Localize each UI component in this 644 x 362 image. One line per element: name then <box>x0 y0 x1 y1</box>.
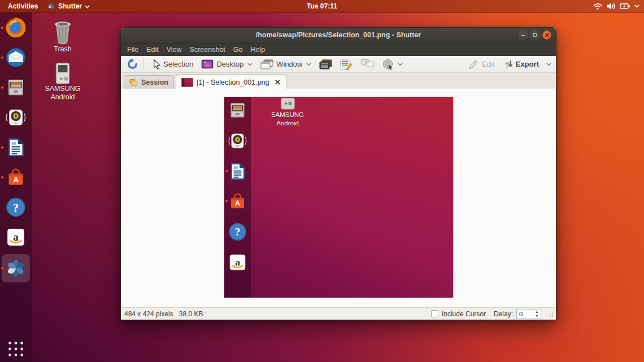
export-dropdown-chevron[interactable] <box>546 63 551 66</box>
media-player-icon <box>55 62 71 85</box>
svg-text:a: a <box>13 231 19 243</box>
tab-bar: Session [1] - Selection_001.png <box>121 73 556 89</box>
running-dot <box>1 86 3 89</box>
file-cabinet-icon <box>5 77 27 98</box>
dock-item-rhythmbox[interactable] <box>5 107 27 128</box>
capture-menu-button[interactable] <box>337 58 356 71</box>
edit-pencil-icon <box>468 59 479 69</box>
web-capture-icon <box>382 59 394 70</box>
preview-rhythmbox-icon <box>228 131 247 151</box>
libreoffice-writer-icon <box>5 137 27 158</box>
file-size: 38.0 KB <box>179 310 203 318</box>
dock: A ? a <box>0 12 32 362</box>
clock[interactable]: Tue 07:11 <box>0 0 644 12</box>
close-button[interactable] <box>542 30 551 40</box>
status-bar: 484 x 424 pixels 38.0 KB Include Cursor … <box>121 307 556 320</box>
running-dot <box>1 27 3 29</box>
toolbar-separator <box>143 59 144 70</box>
menu-edit[interactable]: Edit <box>142 43 163 56</box>
minimize-button[interactable] <box>519 30 528 40</box>
dock-item-help[interactable]: ? <box>5 197 27 218</box>
dock-item-thunderbird[interactable] <box>5 47 27 68</box>
capture-web-button[interactable] <box>379 58 406 71</box>
chevron-down-icon <box>247 63 253 66</box>
edit-button[interactable]: Edit <box>464 58 498 71</box>
delay-spinner[interactable]: 0 ▲▼ <box>516 309 541 319</box>
desktop-icon-samsung-android[interactable]: SAMSUNG Android <box>41 62 85 102</box>
desktop-icon-trash[interactable]: Trash <box>41 19 85 54</box>
app-menu[interactable]: Shutter <box>47 0 90 12</box>
menu-help[interactable]: Help <box>247 43 269 56</box>
image-thumbnail-icon <box>181 78 193 87</box>
window-title: /home/swap/Pictures/Selection_001.png - … <box>121 28 556 43</box>
dock-item-amazon[interactable]: a <box>5 226 27 248</box>
menu-go[interactable]: Go <box>229 43 247 56</box>
redo-screenshot-button[interactable] <box>125 58 139 71</box>
amazon-icon: a <box>5 226 27 248</box>
capture-desktop-button[interactable]: Desktop <box>198 58 256 70</box>
preview-help-icon: ? <box>228 222 247 242</box>
desktop-capture-icon <box>201 59 214 69</box>
ubuntu-software-icon: A <box>5 167 27 188</box>
capture-window-button[interactable]: Window <box>257 58 315 71</box>
spinner-buttons[interactable]: ▲▼ <box>533 309 541 319</box>
trash-label: Trash <box>41 45 85 54</box>
chevron-down-icon <box>398 63 403 66</box>
delay-value[interactable]: 0 <box>517 309 533 319</box>
menu-file[interactable]: File <box>123 43 142 56</box>
menu-bar: File Edit View Screenshot Go Help <box>121 43 556 56</box>
tab-selection-001[interactable]: [1] - Selection_001.png <box>176 75 286 89</box>
chevron-down-icon <box>85 5 90 8</box>
firefox-icon <box>5 17 27 38</box>
system-status-area[interactable] <box>593 0 639 12</box>
dock-item-files[interactable] <box>5 77 27 98</box>
chevron-down-icon <box>634 5 639 8</box>
session-tab-label: Session <box>141 78 168 86</box>
svg-text:?: ? <box>365 60 367 64</box>
menu-screenshot[interactable]: Screenshot <box>186 43 229 56</box>
wifi-icon <box>593 3 602 10</box>
session-icon <box>129 78 138 86</box>
close-tab-icon[interactable] <box>275 79 281 85</box>
tab-session[interactable]: Session <box>124 75 174 89</box>
export-label: Export <box>516 60 539 68</box>
desktop-label: Desktop <box>216 60 243 68</box>
preview-media-player-icon <box>281 98 295 110</box>
shutter-icon <box>5 258 27 279</box>
preview-running-dot <box>225 200 228 202</box>
resize-grip[interactable] <box>547 311 554 317</box>
battery-icon <box>620 3 630 10</box>
help-icon: ? <box>5 197 27 218</box>
rhythmbox-icon <box>5 107 27 128</box>
capture-section-button[interactable] <box>316 58 336 71</box>
include-cursor-checkbox[interactable] <box>431 310 438 317</box>
menu-view[interactable]: View <box>163 43 186 56</box>
selection-label: Selection <box>163 60 193 68</box>
export-button[interactable]: Export <box>501 59 542 70</box>
preview-canvas[interactable]: A ? a SAMSUNG Android <box>121 89 556 307</box>
window-capture-icon <box>260 59 273 69</box>
dock-item-ubuntu-software[interactable]: A <box>5 167 27 188</box>
activities-button[interactable]: Activities <box>6 0 40 12</box>
preview-running-dot <box>225 170 228 172</box>
dock-item-libreoffice-writer[interactable] <box>5 137 27 158</box>
capture-tooltip-button[interactable]: ? <box>357 58 378 71</box>
top-panel: Activities Tue 07:11 Shutter <box>0 0 644 13</box>
capture-selection-button[interactable]: Selection <box>149 58 197 71</box>
spinner-down-icon[interactable]: ▼ <box>533 314 541 319</box>
desktop-background[interactable]: Activities Tue 07:11 Shutter A ? a Trash <box>0 0 644 362</box>
include-cursor-label: Include Cursor <box>442 310 486 318</box>
show-applications-button[interactable] <box>7 341 24 357</box>
spinner-up-icon[interactable]: ▲ <box>533 309 541 314</box>
volume-icon <box>606 2 616 10</box>
dock-item-shutter[interactable] <box>2 254 30 282</box>
maximize-button[interactable] <box>530 30 539 40</box>
thunderbird-icon <box>5 47 27 68</box>
dock-item-firefox[interactable] <box>5 17 27 38</box>
export-arrows-icon <box>504 60 513 69</box>
title-bar[interactable]: /home/swap/Pictures/Selection_001.png - … <box>121 28 556 43</box>
svg-text:a: a <box>235 256 240 268</box>
app-menu-label: Shutter <box>58 2 82 10</box>
edit-label: Edit <box>482 60 494 68</box>
preview-image[interactable]: A ? a SAMSUNG Android <box>224 97 453 298</box>
